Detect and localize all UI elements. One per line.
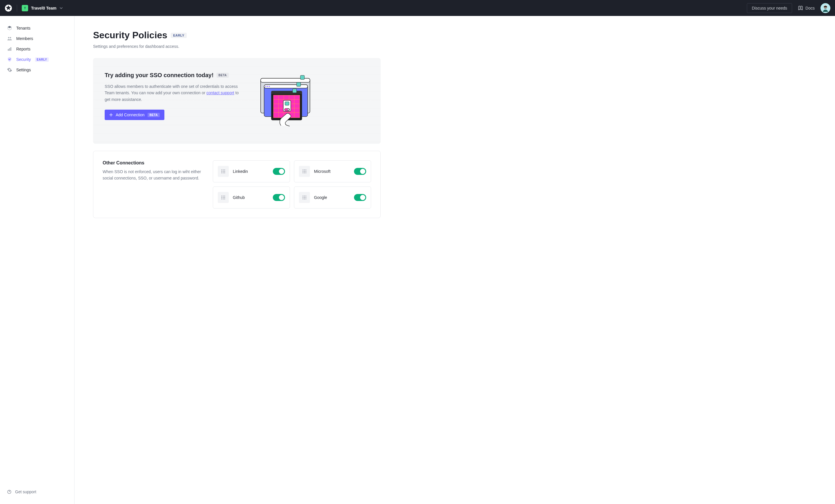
- svg-rect-8: [9, 48, 10, 51]
- contact-support-link[interactable]: contact support: [206, 90, 234, 95]
- add-connection-button[interactable]: Add Connection BETA: [105, 109, 164, 120]
- svg-point-72: [306, 197, 306, 198]
- drag-handle-icon[interactable]: [299, 166, 310, 177]
- book-icon: [798, 5, 803, 11]
- team-badge: T: [22, 5, 28, 11]
- svg-point-56: [304, 173, 305, 173]
- svg-point-45: [224, 171, 225, 172]
- team-name: Travel0 Team: [31, 6, 57, 11]
- users-icon: [7, 36, 12, 41]
- team-switcher[interactable]: T Travel0 Team: [22, 5, 63, 11]
- docs-label: Docs: [806, 6, 815, 11]
- drag-handle-icon[interactable]: [218, 166, 229, 177]
- svg-point-44: [223, 171, 224, 172]
- connection-toggle[interactable]: [354, 194, 366, 201]
- connection-name: Microsoft: [314, 169, 350, 174]
- svg-point-66: [224, 199, 225, 199]
- svg-rect-39: [292, 89, 297, 93]
- connections-description: When SSO is not enforced, users can log …: [103, 168, 201, 182]
- user-avatar[interactable]: [820, 3, 830, 13]
- connection-item-github: Github: [213, 186, 290, 208]
- svg-point-62: [223, 197, 224, 198]
- connection-name: Google: [314, 195, 350, 200]
- sidebar: Tenants Members Reports Security EARLY: [0, 16, 75, 504]
- svg-point-16: [267, 86, 268, 87]
- drag-handle-icon[interactable]: [299, 192, 310, 203]
- sidebar-item-reports[interactable]: Reports: [0, 44, 74, 54]
- sidebar-item-security[interactable]: Security EARLY: [0, 54, 74, 65]
- sidebar-item-label: Tenants: [16, 26, 30, 31]
- svg-rect-37: [300, 75, 304, 79]
- connection-item-microsoft: Microsoft: [294, 160, 371, 182]
- svg-point-65: [223, 199, 224, 199]
- svg-point-53: [304, 171, 305, 172]
- get-support-link[interactable]: Get support: [0, 487, 74, 497]
- svg-point-48: [224, 173, 225, 173]
- page-description: Settings and preferences for dashboard a…: [93, 44, 381, 49]
- svg-point-46: [222, 173, 222, 173]
- other-connections-card: Other Connections When SSO is not enforc…: [93, 151, 381, 218]
- svg-rect-38: [297, 82, 301, 86]
- shield-check-icon: [7, 57, 12, 62]
- help-icon: [7, 489, 12, 494]
- sidebar-item-label: Reports: [16, 47, 30, 51]
- beta-badge: BETA: [217, 73, 229, 78]
- app-header: T Travel0 Team Discuss your needs Docs: [0, 0, 835, 16]
- drag-handle-icon[interactable]: [218, 192, 229, 203]
- svg-point-68: [304, 196, 305, 196]
- connection-name: Github: [233, 195, 269, 200]
- sidebar-item-label: Security: [16, 57, 31, 62]
- svg-rect-14: [264, 85, 308, 88]
- svg-point-73: [303, 199, 303, 199]
- sidebar-item-label: Members: [16, 36, 33, 41]
- nav-list: Tenants Members Reports Security EARLY: [0, 23, 74, 75]
- sidebar-item-label: Settings: [16, 67, 31, 72]
- svg-point-59: [223, 196, 224, 196]
- connection-toggle[interactable]: [354, 168, 366, 175]
- svg-point-6: [10, 37, 11, 39]
- connections-grid: Linkedin Microsoft Github: [213, 160, 371, 208]
- discuss-button[interactable]: Discuss your needs: [747, 3, 792, 13]
- svg-rect-3: [824, 7, 825, 8]
- svg-point-49: [303, 170, 303, 170]
- connection-name: Linkedin: [233, 169, 269, 174]
- button-label: Add Connection: [116, 113, 145, 117]
- svg-point-74: [304, 199, 305, 199]
- svg-point-17: [269, 86, 270, 87]
- svg-point-55: [303, 173, 303, 173]
- svg-point-69: [306, 196, 306, 196]
- svg-point-54: [306, 171, 306, 172]
- connection-toggle[interactable]: [273, 168, 285, 175]
- chevron-down-icon: [59, 6, 63, 10]
- cube-icon: [7, 25, 12, 31]
- brand-logo[interactable]: [5, 4, 12, 12]
- svg-rect-34: [285, 102, 289, 105]
- svg-rect-19: [271, 91, 302, 94]
- gear-icon: [7, 67, 12, 73]
- svg-point-60: [224, 196, 225, 196]
- svg-rect-9: [11, 47, 11, 51]
- svg-point-58: [222, 196, 222, 196]
- connection-toggle[interactable]: [273, 194, 285, 201]
- sidebar-item-tenants[interactable]: Tenants: [0, 23, 74, 33]
- main-content: Security Policies EARLY Settings and pre…: [75, 16, 399, 504]
- svg-point-51: [306, 170, 306, 170]
- page-title-row: Security Policies EARLY: [93, 30, 381, 41]
- svg-point-5: [8, 37, 9, 39]
- svg-point-43: [222, 171, 222, 172]
- promo-title: Try adding your SSO connection today!: [105, 72, 214, 79]
- svg-point-67: [303, 196, 303, 196]
- sidebar-item-settings[interactable]: Settings: [0, 65, 74, 75]
- svg-point-50: [304, 170, 305, 170]
- connections-title: Other Connections: [103, 160, 201, 166]
- connection-item-google: Google: [294, 186, 371, 208]
- svg-point-64: [222, 199, 222, 199]
- support-label: Get support: [15, 489, 36, 494]
- header-left: T Travel0 Team: [5, 4, 63, 12]
- docs-link[interactable]: Docs: [798, 5, 815, 11]
- svg-point-71: [304, 197, 305, 198]
- svg-rect-4: [826, 7, 826, 8]
- svg-point-42: [224, 170, 225, 170]
- svg-point-57: [306, 173, 306, 173]
- sidebar-item-members[interactable]: Members: [0, 33, 74, 44]
